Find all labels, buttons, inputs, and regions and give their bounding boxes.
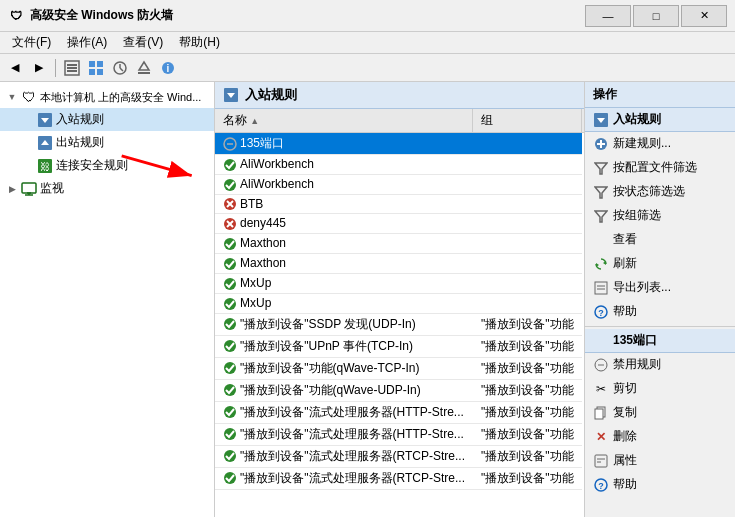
app-icon: 🛡 (8, 8, 24, 24)
col-header-name[interactable]: 名称 ▲ (215, 109, 473, 133)
svg-point-37 (224, 238, 236, 250)
svg-rect-21 (22, 183, 36, 193)
toolbar-btn-1[interactable] (61, 57, 83, 79)
action-disable-rule-label: 禁用规则 (613, 356, 661, 373)
rule-name-cell: MxUp (215, 273, 473, 293)
action-help-2[interactable]: ? 帮助 (585, 473, 735, 497)
tree-item-outbound[interactable]: 出站规则 (0, 131, 214, 154)
action-view[interactable]: 查看 (585, 228, 735, 252)
svg-marker-54 (595, 163, 607, 174)
tree-item-connection[interactable]: ⛓ 连接安全规则 (0, 154, 214, 177)
sort-arrow-name: ▲ (250, 116, 259, 126)
disable-rule-icon (593, 357, 609, 373)
table-row[interactable]: "播放到设备"流式处理服务器(HTTP-Stre..."播放到设备"功能 (215, 423, 584, 445)
action-filter-state[interactable]: 按状态筛选选 (585, 180, 735, 204)
toolbar-btn-3[interactable] (109, 57, 131, 79)
back-button[interactable]: ◀ (4, 57, 26, 79)
table-row[interactable]: deny445 (215, 214, 584, 234)
menu-file[interactable]: 文件(F) (4, 32, 59, 53)
rules-table[interactable]: 名称 ▲ 组 135端口AliWorkbenchAliWorkbenchBTBd… (215, 109, 584, 517)
port135-section-icon (593, 333, 609, 349)
rule-name-cell: "播放到设备"流式处理服务器(RTCP-Stre... (215, 445, 473, 467)
table-row[interactable]: "播放到设备"功能(qWave-UDP-In)"播放到设备"功能 (215, 379, 584, 401)
forward-button[interactable]: ▶ (28, 57, 50, 79)
svg-text:i: i (167, 63, 170, 74)
action-135-header: 135端口 (585, 329, 735, 353)
help-icon-1: ? (593, 304, 609, 320)
col-header-group[interactable]: 组 (473, 109, 582, 133)
table-row[interactable]: BTB (215, 194, 584, 214)
rule-group-cell: "播放到设备"功能 (473, 357, 582, 379)
action-filter-group[interactable]: 按组筛选 (585, 204, 735, 228)
expand-icon: ▼ (6, 91, 18, 103)
action-disable-rule[interactable]: 禁用规则 (585, 353, 735, 377)
tree-item-monitor[interactable]: ▶ 监视 (0, 177, 214, 200)
copy-icon (593, 405, 609, 421)
rule-name-cell: 135端口 (215, 133, 473, 155)
rule-name-cell: "播放到设备"流式处理服务器(HTTP-Stre... (215, 423, 473, 445)
toolbar-btn-2[interactable] (85, 57, 107, 79)
menu-action[interactable]: 操作(A) (59, 32, 115, 53)
firewall-icon: 🛡 (21, 89, 37, 105)
svg-rect-5 (97, 61, 103, 67)
action-help-1-label: 帮助 (613, 303, 637, 320)
delete-icon: ✕ (593, 429, 609, 445)
rule-name-cell: AliWorkbench (215, 174, 473, 194)
title-bar: 🛡 高级安全 Windows 防火墙 — □ ✕ (0, 0, 735, 32)
actions-section-1: 操作 入站规则 新建规则... 按 (585, 82, 735, 497)
table-row[interactable]: Maxthon (215, 234, 584, 254)
svg-rect-7 (97, 69, 103, 75)
rule-group-cell (473, 293, 582, 313)
menu-bar: 文件(F) 操作(A) 查看(V) 帮助(H) (0, 32, 735, 54)
action-properties-label: 属性 (613, 452, 637, 469)
svg-marker-58 (596, 263, 599, 267)
table-row[interactable]: MxUp (215, 293, 584, 313)
tree-outbound-label: 出站规则 (56, 134, 104, 151)
table-row[interactable]: "播放到设备"功能(qWave-TCP-In)"播放到设备"功能 (215, 357, 584, 379)
table-row[interactable]: 135端口 (215, 133, 584, 155)
maximize-button[interactable]: □ (633, 5, 679, 27)
table-row[interactable]: "播放到设备"SSDP 发现(UDP-In)"播放到设备"功能 (215, 313, 584, 335)
action-filter-profile[interactable]: 按配置文件筛选 (585, 156, 735, 180)
action-delete-label: 删除 (613, 428, 637, 445)
menu-view[interactable]: 查看(V) (115, 32, 171, 53)
svg-rect-59 (595, 282, 607, 294)
expand-spacer (22, 114, 34, 126)
rule-name-cell: "播放到设备"流式处理服务器(RTCP-Stre... (215, 467, 473, 489)
tree-item-inbound[interactable]: 入站规则 (0, 108, 214, 131)
col-header-sort (582, 109, 584, 133)
action-new-rule[interactable]: 新建规则... (585, 132, 735, 156)
table-row[interactable]: Maxthon (215, 254, 584, 274)
action-properties[interactable]: 属性 (585, 449, 735, 473)
toolbar-btn-4[interactable] (133, 57, 155, 79)
table-row[interactable]: MxUp (215, 273, 584, 293)
table-row[interactable]: "播放到设备"流式处理服务器(RTCP-Stre..."播放到设备"功能 (215, 467, 584, 489)
action-inbound-header: 入站规则 (585, 108, 735, 132)
rule-group-cell: "播放到设备"功能 (473, 313, 582, 335)
tree-item-root[interactable]: ▼ 🛡 本地计算机 上的高级安全 Wind... (0, 86, 214, 108)
action-copy[interactable]: 复制 (585, 401, 735, 425)
menu-help[interactable]: 帮助(H) (171, 32, 228, 53)
action-cut[interactable]: ✂ 剪切 (585, 377, 735, 401)
inbound-icon (37, 112, 53, 128)
action-help-1[interactable]: ? 帮助 (585, 300, 735, 324)
rule-group-cell (473, 133, 582, 155)
close-button[interactable]: ✕ (681, 5, 727, 27)
rule-group-cell (473, 174, 582, 194)
table-row[interactable]: "播放到设备"流式处理服务器(RTCP-Stre..."播放到设备"功能 (215, 445, 584, 467)
rule-name-cell: "播放到设备"功能(qWave-TCP-In) (215, 357, 473, 379)
toolbar-btn-5[interactable]: i (157, 57, 179, 79)
window-controls: — □ ✕ (585, 5, 727, 27)
action-filter-state-label: 按状态筛选选 (613, 183, 685, 200)
table-row[interactable]: "播放到设备"流式处理服务器(HTTP-Stre..."播放到设备"功能 (215, 401, 584, 423)
action-export[interactable]: 导出列表... (585, 276, 735, 300)
rule-group-cell: "播放到设备"功能 (473, 445, 582, 467)
action-export-label: 导出列表... (613, 279, 671, 296)
table-row[interactable]: AliWorkbench (215, 174, 584, 194)
expand-spacer (22, 160, 34, 172)
action-delete[interactable]: ✕ 删除 (585, 425, 735, 449)
action-refresh[interactable]: 刷新 (585, 252, 735, 276)
table-row[interactable]: "播放到设备"UPnP 事件(TCP-In)"播放到设备"功能 (215, 335, 584, 357)
table-row[interactable]: AliWorkbench (215, 155, 584, 175)
minimize-button[interactable]: — (585, 5, 631, 27)
